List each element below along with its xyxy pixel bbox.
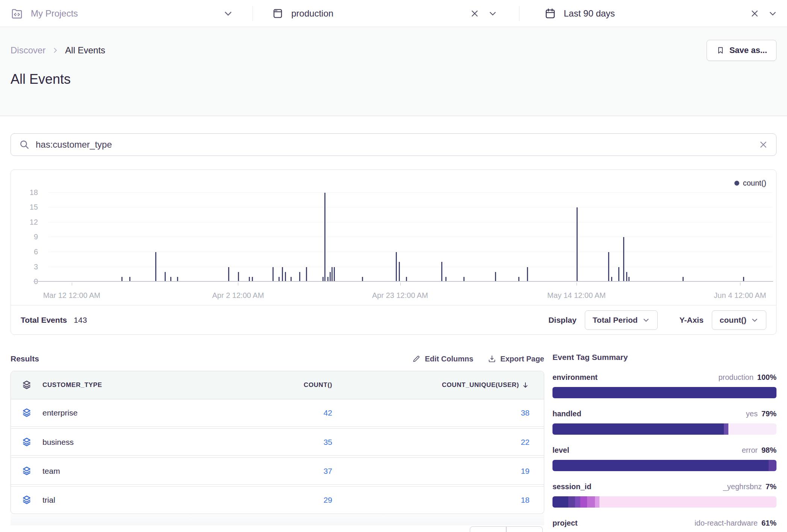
cell-count-link[interactable]: 29: [212, 496, 332, 505]
pencil-icon: [412, 354, 421, 363]
cell-count-unique-user-link[interactable]: 22: [332, 438, 530, 447]
project-filter-label: My Projects: [31, 8, 78, 19]
tag-percent: 79%: [761, 410, 776, 418]
tag-summary-entry: session_id_yeghrsbnz7%: [552, 482, 776, 508]
clear-search-icon[interactable]: [759, 140, 768, 149]
export-page-button[interactable]: Export Page: [487, 354, 544, 363]
tag-top-value: ido-react-hardware: [695, 519, 758, 527]
page-title: All Events: [11, 71, 776, 87]
column-header-count-unique-user[interactable]: COUNT_UNIQUE(USER): [332, 381, 530, 389]
display-dropdown-value: Total Period: [593, 316, 638, 325]
cell-count-unique-user-link[interactable]: 18: [332, 496, 530, 505]
cell-count-link[interactable]: 35: [212, 438, 332, 447]
breadcrumb: Discover All Events: [11, 45, 105, 56]
chevron-down-icon[interactable]: [223, 9, 233, 18]
tag-distribution-bar[interactable]: [552, 496, 776, 508]
tag-bar-segment: [552, 496, 568, 508]
tag-summary-entry: environmentproduction100%: [552, 373, 776, 398]
pagination-previous-button[interactable]: [470, 526, 506, 532]
clear-environment-icon[interactable]: [470, 9, 479, 18]
chart-bar: [623, 237, 624, 282]
cell-count-link[interactable]: 42: [212, 408, 332, 417]
calendar-icon: [544, 8, 556, 20]
chart-bar: [299, 272, 300, 282]
chart-bar: [608, 252, 609, 282]
chart-bar: [577, 207, 578, 282]
chart-bar: [165, 272, 166, 282]
table-below-strip: [11, 514, 544, 525]
chart-bar: [238, 272, 239, 282]
tag-percent: 98%: [761, 446, 776, 455]
chart-bar: [626, 272, 627, 282]
edit-columns-button[interactable]: Edit Columns: [412, 354, 473, 363]
table-row: team3719: [11, 457, 544, 485]
projects-folder-icon: [11, 7, 23, 20]
clear-date-icon[interactable]: [750, 9, 759, 18]
tag-bar-segment: [599, 496, 776, 508]
export-page-label: Export Page: [500, 355, 544, 363]
results-table-header: CUSTOMER_TYPE COUNT() COUNT_UNIQUE(USER): [11, 371, 544, 399]
chart-bar: [306, 267, 307, 282]
chart-x-axis-line: [33, 281, 773, 282]
results-table: CUSTOMER_TYPE COUNT() COUNT_UNIQUE(USER)…: [11, 371, 544, 514]
tag-top-value: error: [742, 446, 758, 455]
chart-footer: Total Events 143 Display Total Period Y-…: [11, 305, 776, 334]
breadcrumb-discover-link[interactable]: Discover: [11, 45, 45, 56]
y-axis-dropdown[interactable]: count(): [712, 310, 766, 330]
display-dropdown[interactable]: Total Period: [585, 310, 658, 330]
x-axis-tick-label: May 14 12:00 AM: [547, 291, 606, 300]
chart-bar: [285, 272, 286, 282]
chart-bar: [228, 267, 229, 282]
x-axis-tick: [740, 283, 740, 286]
table-row: enterprise4238: [11, 399, 544, 427]
cell-count-link[interactable]: 37: [212, 467, 332, 476]
search-input[interactable]: [36, 139, 759, 150]
chevron-down-icon: [642, 316, 650, 324]
y-axis-label: Y-Axis: [680, 316, 704, 325]
tag-bar-segment: [575, 496, 581, 508]
cell-count-unique-user-link[interactable]: 19: [332, 467, 530, 476]
chevron-down-icon[interactable]: [488, 9, 497, 18]
breadcrumb-current: All Events: [65, 45, 105, 56]
tag-top-value: production: [718, 373, 753, 382]
chart-bar: [330, 272, 331, 282]
environment-filter-label: production: [291, 8, 333, 19]
x-axis-tick: [72, 283, 72, 286]
results-section: Results Edit Columns Export Page: [11, 351, 544, 528]
tag-bar-segment: [769, 460, 776, 471]
x-axis-tick-label: Jun 4 12:00 AM: [714, 291, 766, 300]
tag-bar-segment: [552, 423, 724, 435]
x-axis-tick: [577, 283, 577, 286]
tag-distribution-bar[interactable]: [552, 387, 776, 398]
x-axis-tick: [238, 283, 238, 286]
chart-bar: [527, 267, 528, 282]
date-range-filter[interactable]: Last 90 days: [519, 0, 787, 27]
project-filter[interactable]: My Projects: [0, 0, 253, 27]
tag-distribution-bar[interactable]: [552, 460, 776, 471]
breadcrumb-chevron-icon: [51, 47, 59, 54]
y-axis-tick-label: 6: [11, 248, 38, 256]
stack-icon: [11, 466, 42, 477]
tag-name: level: [552, 446, 569, 455]
tag-distribution-bar[interactable]: [552, 423, 776, 435]
tag-bar-segment: [568, 496, 575, 508]
bookmark-icon: [716, 46, 725, 55]
chevron-down-icon[interactable]: [768, 9, 777, 18]
event-tag-summary-panel: Event Tag Summary environmentproduction1…: [552, 351, 776, 532]
search-bar: [11, 133, 776, 156]
chart-bar: [272, 267, 274, 282]
cell-customer-type: business: [42, 438, 212, 447]
tag-bar-segment: [552, 460, 769, 471]
sort-descending-icon: [521, 381, 530, 389]
column-header-count[interactable]: COUNT(): [212, 381, 332, 389]
pagination-next-button[interactable]: [506, 526, 543, 532]
environment-filter[interactable]: production: [253, 0, 519, 27]
column-header-customer-type[interactable]: CUSTOMER_TYPE: [42, 381, 212, 389]
save-as-button[interactable]: Save as...: [707, 40, 776, 61]
cell-count-unique-user-link[interactable]: 38: [332, 408, 530, 417]
pagination: [11, 525, 544, 528]
tag-bar-segment: [724, 423, 728, 435]
total-events-label: Total Events: [21, 316, 67, 325]
tag-bar-segment: [552, 387, 776, 398]
chart-bar: [334, 267, 335, 282]
